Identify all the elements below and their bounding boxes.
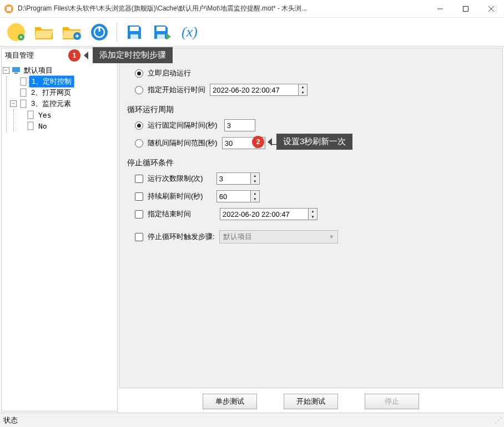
app-icon xyxy=(3,3,14,14)
spin-down-icon[interactable]: ▼ xyxy=(251,179,259,184)
fixed-interval-spinner[interactable] xyxy=(224,119,255,131)
collapse-icon[interactable]: − xyxy=(10,100,17,107)
start-at-radio[interactable] xyxy=(135,86,143,94)
toolbar: (x) xyxy=(0,18,504,47)
svg-rect-12 xyxy=(130,27,139,31)
annotation-tip: 设置3秒刷新一次 xyxy=(276,134,352,150)
spin-down-icon[interactable]: ▼ xyxy=(309,214,317,220)
status-label: 状态 xyxy=(3,415,18,425)
tree-item-label: Yes xyxy=(36,110,53,120)
svg-rect-13 xyxy=(130,34,138,39)
tree-subitem-yes[interactable]: Yes xyxy=(17,109,116,120)
page-icon xyxy=(19,99,28,108)
titlebar: D:\Program Files\木头软件\木头浏览器(旗舰版)\Cache\默… xyxy=(0,0,504,18)
spin-up-icon[interactable]: ▲ xyxy=(251,173,259,179)
trigger-step-label: 停止循环时触发步骤: xyxy=(148,232,215,242)
tree-item-label: 1、定时控制 xyxy=(29,75,74,88)
refresh-duration-label: 持续刷新时间(秒) xyxy=(148,191,203,201)
svg-rect-19 xyxy=(21,89,26,96)
refresh-duration-input[interactable] xyxy=(216,190,251,202)
spin-down-icon[interactable]: ▼ xyxy=(251,196,259,202)
tree-root[interactable]: − 默认项目 xyxy=(3,65,116,76)
svg-rect-21 xyxy=(28,111,33,119)
main-area: 项目管理 − 默认项目 1、定时控制 xyxy=(0,47,504,413)
sidebar: 项目管理 − 默认项目 1、定时控制 xyxy=(1,48,118,411)
random-interval-radio[interactable] xyxy=(135,139,143,148)
page-icon xyxy=(26,121,35,130)
trigger-step-combo[interactable]: 默认项目 ▼ xyxy=(219,230,338,243)
svg-rect-18 xyxy=(21,78,26,85)
limit-count-check[interactable] xyxy=(135,175,143,183)
annotation-1: 1 添加定时控制步骤 xyxy=(68,47,173,63)
toolbar-save-button[interactable] xyxy=(122,19,147,45)
button-row: 单步测试 开始测试 停止 xyxy=(119,388,503,411)
svg-rect-17 xyxy=(14,73,18,74)
svg-rect-16 xyxy=(12,67,20,72)
tree-item-2[interactable]: 2、打开网页 xyxy=(10,87,116,98)
start-at-datetime[interactable]: ▲▼ xyxy=(210,84,308,96)
end-time-input[interactable] xyxy=(220,208,309,220)
tree-item-label: 3、监控元素 xyxy=(29,98,73,109)
tree-item-3[interactable]: − 3、监控元素 xyxy=(10,98,116,109)
annotation-arrow-icon xyxy=(268,138,272,146)
stop-button[interactable]: 停止 xyxy=(365,394,419,409)
tree-item-label: 2、打开网页 xyxy=(29,87,73,98)
spin-up-icon[interactable]: ▲ xyxy=(251,191,259,196)
trigger-step-value: 默认项目 xyxy=(223,232,252,242)
maximize-button[interactable] xyxy=(453,0,478,18)
toolbar-separator xyxy=(117,22,117,42)
monitor-icon xyxy=(12,66,21,75)
toolbar-power-button[interactable] xyxy=(87,19,112,45)
tree-item-label: No xyxy=(36,121,49,131)
close-button[interactable] xyxy=(478,0,504,18)
refresh-duration-check[interactable] xyxy=(135,192,143,201)
annotation-badge: 1 xyxy=(68,49,80,62)
svg-rect-22 xyxy=(28,122,33,130)
start-now-label: 立即启动运行 xyxy=(148,68,191,78)
project-tree[interactable]: − 默认项目 1、定时控制 2、打开网页 xyxy=(2,63,117,411)
page-icon xyxy=(26,110,35,119)
annotation-arrow-icon xyxy=(84,52,88,59)
random-min-input[interactable] xyxy=(222,137,256,149)
limit-count-input[interactable] xyxy=(216,172,251,185)
toolbar-add-folder-button[interactable] xyxy=(59,19,84,45)
minimize-button[interactable] xyxy=(427,0,453,18)
limit-count-spinner[interactable]: ▲▼ xyxy=(216,172,260,185)
toolbar-new-button[interactable] xyxy=(3,19,29,45)
toolbar-save-as-button[interactable] xyxy=(149,19,175,45)
start-time-group: 启动时间 立即启动运行 指定开始运行时间 ▲▼ xyxy=(127,54,490,96)
end-time-check[interactable] xyxy=(135,210,143,218)
tree-subitem-no[interactable]: No xyxy=(17,120,116,131)
resize-grip-icon[interactable]: ⋰ xyxy=(495,416,501,425)
spin-down-icon[interactable]: ▼ xyxy=(299,90,307,95)
fixed-interval-radio[interactable] xyxy=(135,121,143,130)
collapse-icon[interactable]: − xyxy=(3,67,9,74)
start-at-input[interactable] xyxy=(210,84,299,96)
step-test-button[interactable]: 单步测试 xyxy=(203,394,257,409)
start-test-button[interactable]: 开始测试 xyxy=(284,394,338,409)
svg-rect-14 xyxy=(157,27,165,31)
svg-rect-20 xyxy=(21,100,26,108)
annotation-tip: 添加定时控制步骤 xyxy=(93,47,173,63)
group-title: 停止循环条件 xyxy=(127,158,490,168)
fixed-interval-input[interactable] xyxy=(224,119,255,131)
page-icon xyxy=(19,77,28,86)
toolbar-open-button[interactable] xyxy=(31,19,57,45)
limit-count-label: 运行次数限制(次) xyxy=(148,174,203,184)
toolbar-variable-button[interactable]: (x) xyxy=(177,24,202,40)
random-interval-label: 随机间隔时间范围(秒) xyxy=(148,138,218,148)
end-time-spinner[interactable]: ▲▼ xyxy=(220,208,317,220)
end-time-label: 指定结束时间 xyxy=(148,209,191,219)
refresh-duration-spinner[interactable]: ▲▼ xyxy=(216,190,260,202)
trigger-step-check[interactable] xyxy=(135,233,143,241)
group-title: 循环运行周期 xyxy=(127,105,490,115)
spin-up-icon[interactable]: ▲ xyxy=(309,209,317,214)
chevron-down-icon: ▼ xyxy=(329,234,334,240)
spin-up-icon[interactable]: ▲ xyxy=(299,84,307,90)
tree-item-1[interactable]: 1、定时控制 xyxy=(10,76,116,87)
start-at-label: 指定开始运行时间 xyxy=(148,85,205,95)
svg-rect-1 xyxy=(7,7,11,11)
stop-group: 停止循环条件 运行次数限制(次) ▲▼ 持续刷新时间(秒) ▲▼ xyxy=(127,158,490,243)
start-now-radio[interactable] xyxy=(135,69,143,78)
window-title: D:\Program Files\木头软件\木头浏览器(旗舰版)\Cache\默… xyxy=(18,4,427,13)
